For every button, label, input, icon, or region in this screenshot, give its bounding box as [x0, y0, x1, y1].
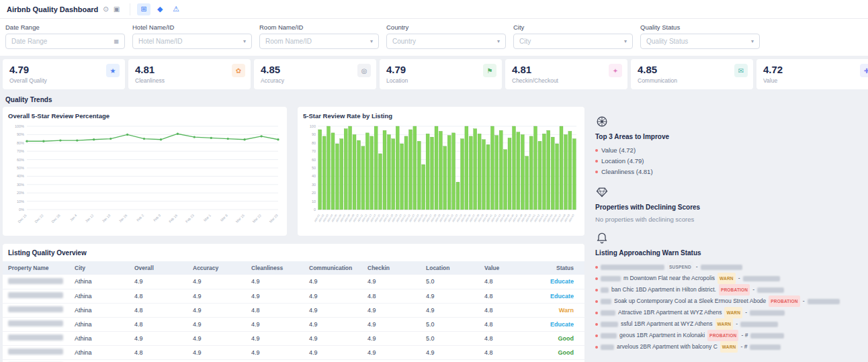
filter-input-hotel-name-id[interactable]: Hotel Name/ID▾: [132, 34, 252, 49]
svg-text:Mar 15: Mar 15: [235, 213, 245, 223]
cell-property-name: [3, 303, 69, 317]
filter-placeholder: Date Range: [11, 38, 47, 45]
svg-text:Mar 1: Mar 1: [203, 213, 212, 222]
warn-list-item[interactable]: ssful 1BR Apartment at WYZ AthensWARN-: [595, 318, 863, 330]
table-cell: Athina: [69, 359, 129, 362]
chevron-down-icon: ▾: [243, 38, 246, 44]
kpi-value: 4.81: [135, 64, 244, 75]
svg-text:Jan 12: Jan 12: [85, 213, 95, 223]
filter-input-room-name-id[interactable]: Room Name/ID▾: [259, 34, 379, 49]
empty-state-text: No properties with declining scores: [595, 216, 863, 223]
filter-input-quality-status[interactable]: Quality Status▾: [640, 34, 760, 49]
table-cell: 4.8: [479, 317, 533, 331]
bullet-dot-icon: [595, 277, 598, 280]
warn-list-item[interactable]: Soak up Contemporary Cool at a Sleek Erm…: [595, 296, 863, 307]
wheel-icon: [595, 115, 609, 128]
table-cell: 4.9: [246, 289, 304, 303]
column-header-location: Location: [421, 261, 479, 275]
table-row[interactable]: Athina4.84.94.84.94.94.94.8Warn: [3, 303, 584, 317]
filter-label: City: [513, 24, 633, 31]
table-cell: 4.8: [129, 303, 187, 317]
table-cell: 4.9: [362, 345, 421, 359]
improve-item: Cleanliness (4.81): [595, 167, 863, 177]
table-row[interactable]: Athina4.84.94.94.94.94.94.8Good: [3, 359, 584, 362]
svg-text:Dec 15: Dec 15: [17, 213, 28, 224]
insight-section-properties-with-declining-scores: Properties with Declining ScoresNo prope…: [595, 185, 863, 223]
warn-item-text: m Downtown Flat near the Acropolis: [623, 273, 715, 283]
table-cell: 4.9: [421, 303, 479, 317]
status-label: Educate: [533, 317, 584, 331]
table-cell: 4.8: [479, 275, 533, 289]
filter-input-country[interactable]: Country▾: [386, 34, 506, 49]
redacted-text: [601, 299, 611, 304]
status-badge: WARN: [715, 318, 734, 330]
warn-list-item[interactable]: ban Chic 1BD Apartment in Hilton distric…: [595, 284, 863, 296]
grid-view-icon[interactable]: ⊞: [137, 3, 150, 15]
table-cell: 4.9: [304, 289, 362, 303]
clock-icon[interactable]: ⊙: [103, 5, 108, 13]
cell-property-name: [3, 317, 69, 331]
gem-icon: [595, 185, 609, 199]
warn-item-sep: -: [736, 319, 738, 329]
warn-list-item[interactable]: SUSPEND-: [595, 261, 863, 273]
svg-text:70%: 70%: [17, 149, 24, 153]
table-row[interactable]: Athina4.84.94.94.94.95.04.8Educate: [3, 317, 584, 331]
bar-chart: 0102030405060708090100ATH-01ATH-02ATH-03…: [303, 122, 579, 232]
warn-item-text: arvelous 2BR Apartment with balcony C: [617, 342, 718, 352]
kpi-card-overall-quality: 4.79Overall Quality★: [3, 59, 125, 89]
warn-list-item[interactable]: geous 1BR Apartment in KolonakiPROBATION…: [595, 330, 863, 341]
table-row[interactable]: Athina4.94.94.94.94.95.04.8Good: [3, 331, 584, 345]
cell-property-name: [3, 331, 69, 345]
page-title: Airbnb Quality Dashboard: [7, 5, 98, 13]
listing-quality-table: Property NameCityOverallAccuracyCleanlin…: [3, 261, 584, 362]
svg-text:Dec 22: Dec 22: [34, 213, 44, 224]
svg-text:Feb 9: Feb 9: [153, 213, 161, 222]
bullet-dot-icon: [595, 149, 598, 152]
filter-input-city[interactable]: City▾: [513, 34, 633, 49]
table-cell: 4.8: [362, 289, 421, 303]
improve-item: Location (4.79): [595, 156, 863, 167]
table-cell: 4.9: [246, 359, 304, 362]
table-cell: 4.9: [187, 275, 246, 289]
cell-property-name: [3, 345, 69, 359]
column-header-overall: Overall: [129, 261, 187, 275]
filter-quality-status: Quality StatusQuality Status▾: [640, 24, 760, 49]
star-icon: ★: [106, 64, 120, 77]
warn-list-item[interactable]: Attractive 1BR Apartment at WYZ AthensWA…: [595, 307, 863, 318]
redacted-text: [8, 292, 63, 298]
listing-quality-table-card: Listing Quality Overview Property NameCi…: [3, 244, 584, 362]
table-body: Athina4.94.94.94.94.95.04.8EducateAthina…: [3, 275, 584, 362]
cell-property-name: [3, 359, 69, 362]
filter-input-date-range[interactable]: Date Range▦: [5, 34, 125, 49]
alert-icon[interactable]: ⚠: [169, 3, 183, 15]
warn-list-item[interactable]: arvelous 2BR Apartment with balcony CWAR…: [595, 341, 863, 353]
table-row[interactable]: Athina4.84.94.94.94.84.94.8Educate: [3, 289, 584, 303]
tag-icon[interactable]: ◆: [153, 3, 167, 15]
calendar-icon: ▦: [114, 38, 119, 44]
sparkle-icon: ✿: [232, 64, 245, 77]
snapshot-icon[interactable]: ▣: [114, 5, 120, 13]
table-cell: 4.9: [129, 275, 187, 289]
redacted-text: [750, 345, 781, 350]
line-chart: 0%10%20%30%40%50%60%70%80%90%100%Dec 15D…: [8, 122, 281, 232]
status-label: Good: [533, 345, 584, 359]
chevron-down-icon: ▾: [497, 38, 500, 44]
filter-label: Quality Status: [640, 24, 760, 31]
kpi-label: Location: [386, 77, 495, 84]
redacted-text: [808, 299, 840, 304]
redacted-text: [601, 310, 615, 316]
kpi-card-location: 4.79Location⚑: [380, 59, 502, 89]
table-row[interactable]: Athina4.94.94.94.94.95.04.8Educate: [3, 275, 584, 289]
filter-label: Hotel Name/ID: [132, 24, 252, 31]
filter-label: Country: [386, 24, 506, 31]
warn-list-item[interactable]: m Downtown Flat near the AcropolisWARN-: [595, 273, 863, 284]
filter-date-range: Date RangeDate Range▦: [5, 24, 125, 49]
redacted-text: [757, 287, 784, 293]
table-row[interactable]: Athina4.84.94.94.94.94.94.8Good: [3, 345, 584, 359]
kpi-card-checkin-checkout: 4.81Checkin/Checkout✦: [505, 59, 627, 89]
warn-item-sep: -: [745, 308, 747, 318]
kpi-label: Cleanliness: [135, 77, 244, 84]
kpi-value: 4.72: [763, 64, 868, 75]
line-chart-card: Overall 5-Star Review Percentage 0%10%20…: [3, 107, 287, 236]
table-cell: 4.9: [129, 331, 187, 345]
